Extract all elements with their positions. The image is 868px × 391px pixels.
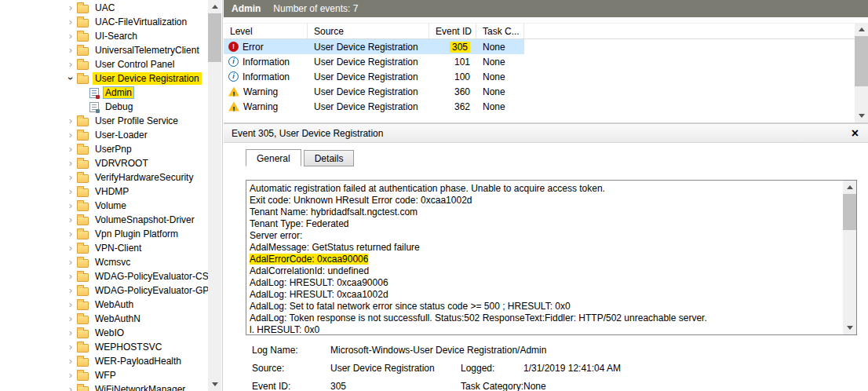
chevron-right-icon[interactable]: › — [64, 228, 77, 240]
folder-icon — [77, 231, 89, 239]
column-header-level[interactable]: Level — [224, 24, 308, 38]
tree-item-vpn-plugin-platform[interactable]: ›Vpn Plugin Platform — [0, 227, 222, 241]
event-row-362[interactable]: WarningUser Device Registration362None — [224, 99, 524, 114]
tree-item-universaltelemetryclient[interactable]: ›UniversalTelemetryClient — [0, 43, 222, 57]
tree-item-uac-filevirtualization[interactable]: ›UAC-FileVirtualization — [0, 15, 222, 29]
chevron-right-icon[interactable]: › — [64, 199, 77, 212]
close-icon[interactable]: × — [852, 127, 859, 140]
up-arrow-icon — [859, 27, 865, 31]
event-description-text: AdalLog: Token response is not successfu… — [250, 312, 707, 323]
column-header-source[interactable]: Source — [308, 24, 429, 38]
description-scrollbar[interactable] — [843, 181, 856, 334]
event-description-box: Automatic registration failed at authent… — [246, 180, 857, 335]
tree-item-label: User-Loader — [93, 129, 150, 141]
scrollbar-thumb[interactable] — [843, 194, 856, 230]
tree-item-wephostsvc[interactable]: ›WEPHOSTSVC — [0, 340, 222, 354]
event-row-100[interactable]: InformationUser Device Registration100No… — [224, 69, 524, 84]
tree-scrollbar[interactable] — [208, 0, 221, 391]
chevron-right-icon[interactable]: › — [64, 157, 77, 170]
event-description-text: AdalLog: HRESULT: 0xcaa1002d — [250, 289, 388, 300]
tree-item-wdag-policyevaluator-gp[interactable]: ›WDAG-PolicyEvaluator-GP — [0, 283, 222, 298]
tree-item-ui-search[interactable]: ›UI-Search — [0, 29, 222, 43]
tree-item-webio[interactable]: ›WebIO — [0, 326, 222, 340]
tree-item-wifinetworkmanager[interactable]: ›WiFiNetworkManager — [0, 382, 222, 391]
chevron-right-icon[interactable]: › — [64, 2, 77, 14]
column-header-task-c[interactable]: Task C... — [476, 24, 524, 38]
level-cell: Error — [224, 42, 308, 53]
tree-item-label: VolumeSnapshot-Driver — [93, 214, 197, 226]
chevron-right-icon[interactable]: › — [64, 171, 77, 184]
warning-icon — [228, 102, 239, 111]
tree-item-vhdmp[interactable]: ›VHDMP — [0, 185, 222, 199]
tree-item-label: Debug — [103, 100, 135, 113]
tree-item-user-control-panel[interactable]: ›User Control Panel — [0, 57, 222, 71]
chevron-right-icon[interactable]: › — [64, 270, 77, 283]
event-table-scrollbar[interactable] — [855, 23, 868, 122]
event-description-line: AdalCorrelationId: undefined — [250, 265, 840, 277]
tree-item-webauthn[interactable]: ›WebAuthN — [0, 312, 222, 326]
scroll-up-icon[interactable] — [208, 0, 221, 13]
tree-item-user-loader[interactable]: ›User-Loader — [0, 128, 222, 142]
tree-item-wdag-policyevaluator-csp[interactable]: ›WDAG-PolicyEvaluator-CSP — [0, 269, 222, 283]
chevron-right-icon[interactable]: › — [64, 327, 77, 339]
chevron-down-icon[interactable]: › — [64, 72, 77, 85]
folder-icon — [77, 301, 89, 310]
scroll-up-icon[interactable] — [855, 23, 868, 36]
tree-item-user-profile-service[interactable]: ›User Profile Service — [0, 114, 222, 128]
event-description-text: AdalMessage: GetStatus returned failure — [250, 242, 420, 253]
chevron-right-icon[interactable]: › — [64, 143, 77, 155]
scroll-down-icon[interactable] — [855, 109, 868, 122]
tab-details[interactable]: Details — [304, 150, 355, 166]
tree-item-admin[interactable]: Admin — [0, 86, 222, 100]
chevron-right-icon[interactable]: › — [64, 355, 77, 367]
chevron-right-icon[interactable]: › — [64, 369, 77, 382]
task-category-cell: None — [476, 86, 524, 97]
chevron-right-icon[interactable]: › — [64, 298, 77, 311]
tree-item-label: WER-PayloadHealth — [93, 355, 184, 367]
chevron-right-icon[interactable]: › — [64, 16, 77, 28]
event-row-305[interactable]: ErrorUser Device Registration305None — [224, 39, 524, 54]
chevron-right-icon[interactable]: › — [64, 185, 77, 198]
event-row-101[interactable]: InformationUser Device Registration101No… — [224, 54, 524, 69]
event-description-text: AdalLog: HRESULT: 0xcaa90006 — [250, 277, 388, 288]
tree-item-wfp[interactable]: ›WFP — [0, 368, 222, 382]
tree-item-vdrvroot[interactable]: ›VDRVROOT — [0, 156, 222, 170]
tree-item-userpnp[interactable]: ›UserPnp — [0, 142, 222, 156]
scrollbar-thumb[interactable] — [855, 36, 868, 86]
tree-item-volume[interactable]: ›Volume — [0, 199, 222, 213]
scroll-up-icon[interactable] — [843, 181, 856, 194]
chevron-right-icon[interactable]: › — [64, 214, 77, 226]
tab-general[interactable]: General — [246, 149, 301, 166]
event-row-360[interactable]: WarningUser Device Registration360None — [224, 84, 524, 99]
chevron-right-icon[interactable]: › — [64, 284, 77, 297]
chevron-right-icon[interactable]: › — [64, 44, 77, 57]
tree-item-verifyhardwaresecurity[interactable]: ›VerifyHardwareSecurity — [0, 170, 222, 185]
chevron-right-icon[interactable]: › — [64, 312, 77, 325]
scroll-down-icon[interactable] — [208, 378, 221, 391]
tree-item-webauth[interactable]: ›WebAuth — [0, 298, 222, 312]
chevron-right-icon[interactable]: › — [64, 383, 77, 391]
tree-item-label: Wcmsvc — [93, 256, 133, 269]
chevron-right-icon[interactable]: › — [64, 30, 77, 42]
chevron-right-icon[interactable]: › — [64, 129, 77, 141]
tree-item-wer-payloadhealth[interactable]: ›WER-PayloadHealth — [0, 354, 222, 368]
field-row-log-name: Log Name: Microsoft-Windows-User Device … — [252, 345, 852, 356]
tree-item-wcmsvc[interactable]: ›Wcmsvc — [0, 255, 222, 269]
tree-item-label: WFP — [93, 369, 119, 382]
chevron-right-icon[interactable]: › — [64, 242, 77, 254]
scrollbar-thumb[interactable] — [208, 13, 221, 62]
tree-item-uac[interactable]: ›UAC — [0, 1, 222, 15]
event-id-cell: 362 — [429, 101, 476, 112]
tree-item-user-device-registration[interactable]: ›User Device Registration — [0, 71, 222, 86]
column-header-event-id[interactable]: Event ID — [429, 24, 476, 38]
tree-item-vpn-client[interactable]: ›VPN-Client — [0, 241, 222, 255]
folder-icon — [77, 330, 89, 338]
chevron-right-icon[interactable]: › — [64, 341, 77, 353]
scroll-down-icon[interactable] — [843, 321, 856, 334]
tree-item-volumesnapshot-driver[interactable]: ›VolumeSnapshot-Driver — [0, 213, 222, 227]
chevron-right-icon[interactable]: › — [64, 58, 77, 71]
chevron-right-icon[interactable]: › — [64, 256, 77, 269]
tree-item-debug[interactable]: Debug — [0, 100, 222, 114]
chevron-right-icon[interactable]: › — [64, 115, 77, 127]
event-list-panel: Admin Number of events: 7 LevelSourceEve… — [224, 0, 868, 391]
